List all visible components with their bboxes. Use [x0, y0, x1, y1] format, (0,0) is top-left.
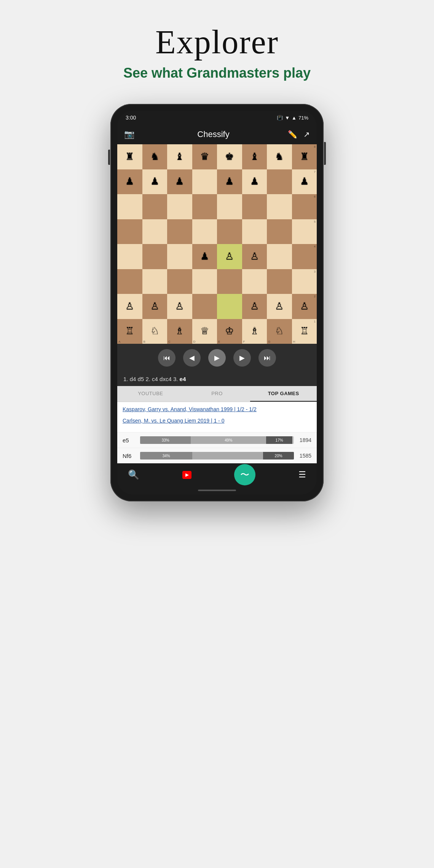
piece-wp-a2: ♙: [125, 302, 134, 311]
first-move-button[interactable]: ⏮: [158, 349, 176, 367]
cell-c2[interactable]: ♙: [167, 294, 192, 319]
cell-a5[interactable]: [117, 219, 142, 244]
cell-b4[interactable]: [142, 244, 168, 269]
last-move-button[interactable]: ⏭: [258, 349, 276, 367]
cell-b5[interactable]: [142, 219, 168, 244]
cell-c7[interactable]: ♟: [167, 169, 192, 195]
cell-f6[interactable]: [242, 194, 267, 219]
cell-e1[interactable]: E♔: [217, 319, 242, 344]
cell-h8[interactable]: 8♜: [292, 144, 317, 169]
cell-h7[interactable]: 7♟: [292, 169, 317, 195]
cell-d7[interactable]: [192, 169, 217, 195]
cell-e5[interactable]: [217, 219, 242, 244]
stat-count-2: 1585: [297, 453, 311, 459]
cell-g4[interactable]: [267, 244, 292, 269]
cell-a7[interactable]: ♟: [117, 169, 142, 195]
cell-e6[interactable]: [217, 194, 242, 219]
cell-d2[interactable]: [192, 294, 217, 319]
move-notation: 1. d4 d5 2. c4 dxc4 3. e4: [117, 372, 317, 386]
piece-wp-b2: ♙: [150, 302, 159, 311]
cell-e7[interactable]: ♟: [217, 169, 242, 195]
game-link-1[interactable]: Kasparov, Garry vs. Anand, Viswanathan 1…: [123, 406, 311, 413]
cell-d6[interactable]: [192, 194, 217, 219]
cell-b1[interactable]: B♘: [142, 319, 168, 344]
cell-f7[interactable]: ♟: [242, 169, 267, 195]
play-button[interactable]: ▶: [208, 349, 226, 367]
cell-h3[interactable]: 3: [292, 269, 317, 294]
tab-top-games[interactable]: TOP GAMES: [250, 386, 317, 402]
cell-d4[interactable]: ♟: [192, 244, 217, 269]
cell-b6[interactable]: [142, 194, 168, 219]
cell-g8[interactable]: ♞: [267, 144, 292, 169]
cell-e2[interactable]: [217, 294, 242, 319]
cell-g2[interactable]: ♙: [267, 294, 292, 319]
cell-d1[interactable]: D♕: [192, 319, 217, 344]
piece-bn-b8: ♞: [150, 152, 159, 162]
phone-inner: 3:00 📳 ▼ ▲ 71% 📷 Chessify ✏️ ↗ ♜♞♝♛♚♝♞8♜…: [117, 111, 317, 495]
cell-e4[interactable]: ♙: [217, 244, 242, 269]
cell-g6[interactable]: [267, 194, 292, 219]
cell-a8[interactable]: ♜: [117, 144, 142, 169]
cell-c4[interactable]: [167, 244, 192, 269]
cell-e3[interactable]: [217, 269, 242, 294]
piece-wk-e1: ♔: [225, 326, 234, 336]
cell-b8[interactable]: ♞: [142, 144, 168, 169]
youtube-icon[interactable]: ▶: [182, 471, 191, 479]
cell-h1[interactable]: 1H♖: [292, 319, 317, 344]
next-move-button[interactable]: ▶: [233, 349, 251, 367]
cell-d8[interactable]: ♛: [192, 144, 217, 169]
fab-button[interactable]: 〜: [234, 464, 255, 485]
cell-c8[interactable]: ♝: [167, 144, 192, 169]
cell-a4[interactable]: [117, 244, 142, 269]
cell-b7[interactable]: ♟: [142, 169, 168, 195]
piece-bp-h7: ♟: [300, 177, 309, 187]
cell-g3[interactable]: [267, 269, 292, 294]
cell-a3[interactable]: [117, 269, 142, 294]
tab-youtube[interactable]: YOUTUBE: [117, 386, 184, 402]
cell-c5[interactable]: [167, 219, 192, 244]
share-icon[interactable]: ↗: [303, 130, 310, 139]
bar-black-1: 17%: [266, 436, 292, 444]
cell-e8[interactable]: ♚: [217, 144, 242, 169]
game-link-2[interactable]: Carlsen, M. vs. Le Quang Liem 2019 | 1 -…: [123, 417, 311, 425]
cell-f2[interactable]: ♙: [242, 294, 267, 319]
cell-f1[interactable]: F♗: [242, 319, 267, 344]
cell-g7[interactable]: [267, 169, 292, 195]
cell-a2[interactable]: ♙: [117, 294, 142, 319]
edit-icon[interactable]: ✏️: [288, 130, 297, 139]
cell-c1[interactable]: C♗: [167, 319, 192, 344]
piece-wp-c2: ♙: [175, 302, 184, 311]
cell-c6[interactable]: [167, 194, 192, 219]
piece-bp-b7: ♟: [150, 177, 159, 187]
cell-c3[interactable]: [167, 269, 192, 294]
menu-icon[interactable]: ☰: [298, 470, 306, 480]
cell-g1[interactable]: G♘: [267, 319, 292, 344]
cell-a1[interactable]: A♖: [117, 319, 142, 344]
cell-f5[interactable]: [242, 219, 267, 244]
stat-bar-1: 33% 49% 17%: [140, 436, 294, 444]
cell-d3[interactable]: [192, 269, 217, 294]
piece-wp-e4: ♙: [225, 252, 234, 262]
cell-b3[interactable]: [142, 269, 168, 294]
cell-f8[interactable]: ♝: [242, 144, 267, 169]
tabs: YOUTUBE PRO TOP GAMES: [117, 386, 317, 402]
bottom-nav: 🔍 ▶ 〜 ☰: [117, 463, 317, 486]
cell-g5[interactable]: [267, 219, 292, 244]
cell-f4[interactable]: ♙: [242, 244, 267, 269]
piece-bq-d8: ♛: [200, 152, 209, 162]
tab-pro[interactable]: PRO: [184, 386, 251, 402]
cell-d5[interactable]: [192, 219, 217, 244]
cell-a6[interactable]: [117, 194, 142, 219]
cell-h4[interactable]: 4: [292, 244, 317, 269]
chess-board[interactable]: ♜♞♝♛♚♝♞8♜♟♟♟♟♟7♟65♟♙♙43♙♙♙♙♙2♙A♖B♘C♗D♕E♔…: [117, 144, 317, 344]
camera-icon[interactable]: 📷: [124, 129, 134, 139]
cell-b2[interactable]: ♙: [142, 294, 168, 319]
cell-h2[interactable]: 2♙: [292, 294, 317, 319]
cell-h5[interactable]: 5: [292, 219, 317, 244]
prev-move-button[interactable]: ◀: [183, 349, 201, 367]
cell-f3[interactable]: [242, 269, 267, 294]
cell-h6[interactable]: 6: [292, 194, 317, 219]
search-icon[interactable]: 🔍: [128, 469, 139, 480]
stats-section: e5 33% 49% 17% 1894 Nf6 34% 20% 1585: [117, 432, 317, 463]
piece-bb-f8: ♝: [250, 152, 259, 162]
